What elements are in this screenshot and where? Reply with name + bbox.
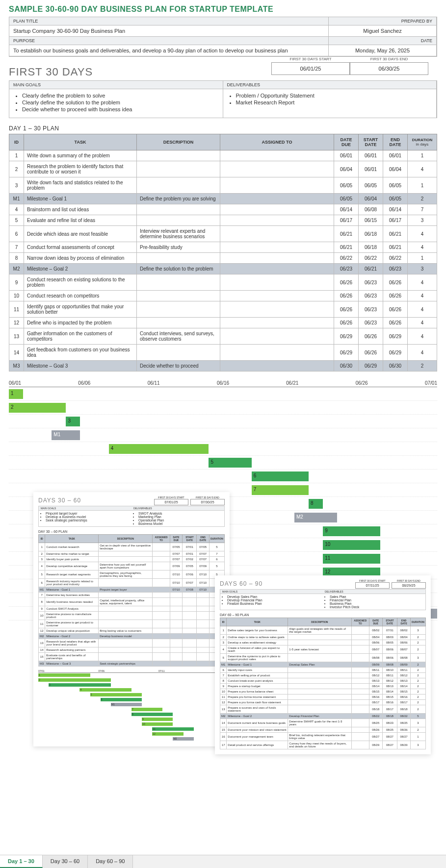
main-goals-list: Clearly define the problem to solveClear… <box>22 92 219 113</box>
gantt-tick: 06/26 <box>356 380 368 386</box>
table-row: M2Milestone – Goal 2Define the solution … <box>9 264 437 274</box>
gantt-bar: 4 <box>109 444 209 454</box>
gantt-bar: 8 <box>309 499 323 509</box>
table-row: 12Develop unique value propositionBring … <box>39 628 225 634</box>
purpose-label: PURPOSE <box>9 37 329 45</box>
table-row: 11Prepare pro forma income statement08/1… <box>220 694 426 700</box>
deliverables-label: DELIVERABLES <box>223 81 437 89</box>
gantt-row: 2 <box>9 401 437 415</box>
header-grid: PLAN TITLE PREPARED BY Startup Company 3… <box>9 17 437 57</box>
table-row: M1Milestone - Goal 1Develop Sales Plan08… <box>220 662 426 668</box>
table-row: 14Research advertising partners <box>39 647 225 653</box>
dates-box: FIRST 30 DAYS START06/01/25 FIRST 30 DAY… <box>271 56 428 75</box>
goals-deliv-grid: MAIN GOALS DELIVERABLES Clearly define t… <box>9 80 437 118</box>
list-item: Pinpoint target buyer <box>46 512 130 515</box>
list-item: Business Plan <box>330 602 423 605</box>
gantt-row: M1 <box>9 428 437 442</box>
ov1-goals-label: MAIN GOALS <box>39 506 131 511</box>
table-row: M2Milestone - Goal 2Develop business mod… <box>39 634 225 639</box>
main-goals-label: MAIN GOALS <box>9 81 223 89</box>
table-row: 14Get feedback from customers on your bu… <box>9 345 437 361</box>
list-item: Operational Plan <box>138 519 222 522</box>
date-label: DATE <box>329 37 437 45</box>
gantt-bar: 7 <box>252 485 309 495</box>
ov2-goals-list: Develop Sales PlanDevelop Financial Plan… <box>227 595 321 605</box>
overlay-card-60-90: DAYS 60 – 90 FIRST 30 DAYS START07/31/25… <box>215 575 431 754</box>
list-item: Develop a business model <box>46 515 130 519</box>
table-row: 10Conduct research on competitors06/2606… <box>9 291 437 301</box>
table-row: 6Identify input costs08/1108/1008/112 <box>220 668 426 673</box>
table-row: 12Prepare a pro forma cash flow statemen… <box>220 700 426 705</box>
table-row: 6Research industry reports related to yo… <box>39 579 225 587</box>
gantt-tick: 06/16 <box>217 380 229 386</box>
list-item: Clearly define the solution to the probl… <box>22 99 219 106</box>
ov2-start: 07/31/25 <box>355 582 390 589</box>
table-row: 14Document current and future business g… <box>220 719 426 727</box>
ov2-end: 08/29/25 <box>392 582 426 589</box>
table-row: 1Write down a summary of the problem06/0… <box>9 150 437 161</box>
gantt-tick: 06/21 <box>286 380 298 386</box>
table-row: 9Prepare a startup budget08/1408/1308/14… <box>220 684 426 689</box>
gantt-row: 3 <box>9 415 437 428</box>
gantt-bar: 9 <box>323 526 380 536</box>
gantt-row: 4 <box>9 442 437 456</box>
list-item: Market Research Report <box>236 99 433 106</box>
deliverables-list: Problem / Opportunity StatementMarket Re… <box>236 92 433 106</box>
gantt-bar: 10 <box>323 540 380 550</box>
col-assigned: ASSIGNED TO <box>220 134 334 150</box>
prepared-by-value: Miguel Sanchez <box>329 25 437 37</box>
table-row: 7Conduct formal assessments of conceptPr… <box>9 242 437 253</box>
ov2-start-label: FIRST 30 DAYS START <box>355 579 390 582</box>
ov1-plan-title: DAY 30 – 60 PLAN <box>38 530 225 533</box>
table-row: 3Identify buyer pain points07/0707/0207/… <box>39 557 225 562</box>
end-value: 06/30/25 <box>350 62 428 75</box>
list-item: SWOT Analysis <box>138 512 222 515</box>
plan-title-value: Startup Company 30-60-90 Day Business Pl… <box>9 25 329 37</box>
col-end: END DATE <box>383 134 408 150</box>
table-row: 11Identify gaps or opportunities that ma… <box>9 301 437 318</box>
list-item: Marketing Plan <box>138 515 222 519</box>
list-item: Sales Plan <box>330 595 423 598</box>
ov1-table: IDTASKDESCRIPTIONASSIGNED TO DATE DUESTA… <box>38 534 225 667</box>
list-item: Finalize Business Plan <box>227 602 321 605</box>
table-row: 10Prepare a pro forma balance sheet08/15… <box>220 689 426 694</box>
gantt-tick: 06/11 <box>148 380 160 386</box>
table-row: 16Document your management teamBrief bio… <box>220 733 426 741</box>
table-row: 4Create a forecast of sales you expect t… <box>220 645 426 654</box>
ov2-deliv-list: Sales PlanFinancial PlanBusiness PlanInv… <box>330 595 423 609</box>
ov1-deliv-list: SWOT AnalysisMarketing PlanOperational P… <box>138 512 222 525</box>
purpose-value: To establish our business goals and deli… <box>9 45 329 56</box>
start-label: FIRST 30 DAYS START <box>271 56 350 62</box>
gantt-bar: 1 <box>9 389 23 399</box>
gantt-bar: 2 <box>9 403 66 413</box>
gantt-bar: 5 <box>209 458 251 468</box>
col-id: ID <box>9 134 24 150</box>
table-row: 15Evaluate costs and benefits of partner… <box>39 653 225 661</box>
ov2-plan-title: DAY 60 – 90 PLAN <box>220 613 426 617</box>
col-due: DATE DUE <box>334 134 359 150</box>
col-task: TASK <box>24 134 137 150</box>
gantt-row: 6 <box>9 470 437 483</box>
plan-table: ID TASK DESCRIPTION ASSIGNED TO DATE DUE… <box>9 134 437 372</box>
ov2-goals-label: MAIN GOALS <box>220 590 323 594</box>
table-row: 13Gather information on the customers of… <box>9 328 437 345</box>
table-row: M1Milestone - Goal 1Define the problem y… <box>9 194 437 204</box>
list-item: Seek strategic partnerships <box>46 519 130 522</box>
gantt-bar: M2 <box>294 513 337 522</box>
table-row: 3Write down facts and statistics related… <box>9 177 437 194</box>
end-label: FIRST 30 DAYS END <box>350 56 428 62</box>
table-row: 3Develop a sales enablement strategy08/0… <box>220 640 426 645</box>
table-row: 12Define who is impacted by the problem0… <box>9 318 437 328</box>
table-row: M2Milestone - Goal 2Develop Financial Pl… <box>220 714 426 719</box>
table-row: 8Conduct break-even point analysis08/130… <box>220 678 426 684</box>
ov1-gantt: 07/0107/0607/1107/16 123456M1789101112M2 <box>38 670 225 742</box>
gantt-bar: 3 <box>66 417 80 426</box>
col-start: START DATE <box>359 134 383 150</box>
table-row: M3Milestone – Goal 3Decide whether to pr… <box>9 361 437 372</box>
col-dur: DURATIONin days <box>408 134 437 150</box>
date-value: Monday, May 26, 2025 <box>329 45 437 56</box>
table-row: 1Conduct market researchGet an in-depth … <box>39 543 225 551</box>
table-row: 7Determine key business activities <box>39 593 225 598</box>
ov1-goals-list: Pinpoint target buyerDevelop a business … <box>46 512 130 522</box>
table-row: 5Determine the systems to put in place t… <box>220 654 426 662</box>
